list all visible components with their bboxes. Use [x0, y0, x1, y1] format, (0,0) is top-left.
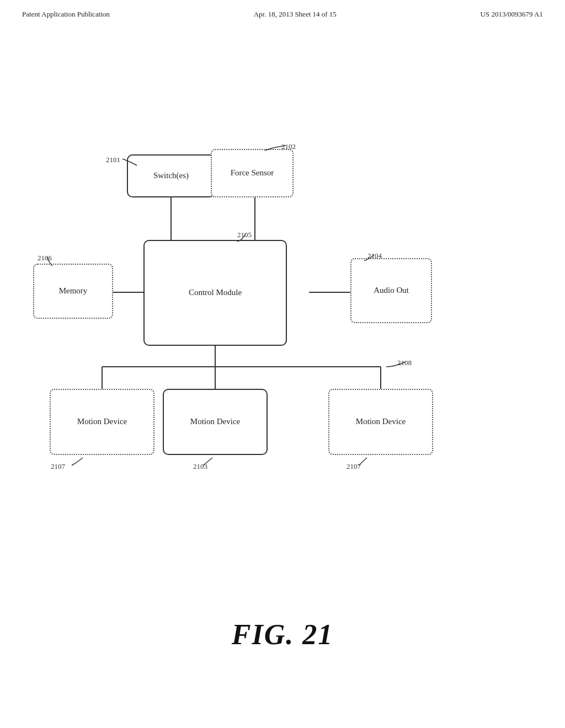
- label-2107-right: 2107: [347, 462, 361, 471]
- motion-device-3-box: Motion Device: [328, 389, 433, 455]
- motion-device-1-label: Motion Device: [77, 416, 127, 427]
- header-right: US 2013/0093679 A1: [481, 10, 543, 19]
- label-2103: 2103: [193, 462, 207, 471]
- header-middle: Apr. 18, 2013 Sheet 14 of 15: [254, 10, 337, 19]
- control-module-box: Control Module: [143, 240, 287, 346]
- memory-box: Memory: [33, 264, 113, 319]
- label-2108: 2108: [397, 358, 412, 367]
- motion-device-1-box: Motion Device: [50, 389, 154, 455]
- force-sensor-box: Force Sensor: [211, 149, 294, 197]
- label-2106: 2106: [38, 254, 52, 263]
- switches-label: Switch(es): [153, 170, 189, 181]
- control-module-label: Control Module: [189, 287, 242, 298]
- page-header: Patent Application Publication Apr. 18, …: [0, 0, 565, 19]
- diagram-area: Switch(es) Force Sensor Control Module M…: [0, 77, 565, 491]
- force-sensor-label: Force Sensor: [231, 168, 274, 179]
- label-2102: 2102: [281, 142, 296, 151]
- audio-out-box: Audio Out: [350, 258, 432, 323]
- memory-label: Memory: [59, 286, 88, 297]
- motion-device-3-label: Motion Device: [356, 416, 406, 427]
- label-2104: 2104: [367, 251, 382, 260]
- header-left: Patent Application Publication: [22, 10, 110, 19]
- label-2101: 2101: [106, 156, 120, 164]
- motion-device-2-label: Motion Device: [190, 416, 240, 427]
- figure-caption: FIG. 21: [0, 618, 565, 651]
- label-2107-left: 2107: [51, 462, 65, 471]
- figure-caption-text: FIG. 21: [232, 619, 333, 650]
- switches-box: Switch(es): [127, 154, 215, 197]
- label-2105: 2105: [237, 231, 252, 239]
- motion-device-2-box: Motion Device: [163, 389, 268, 455]
- audio-out-label: Audio Out: [374, 285, 409, 296]
